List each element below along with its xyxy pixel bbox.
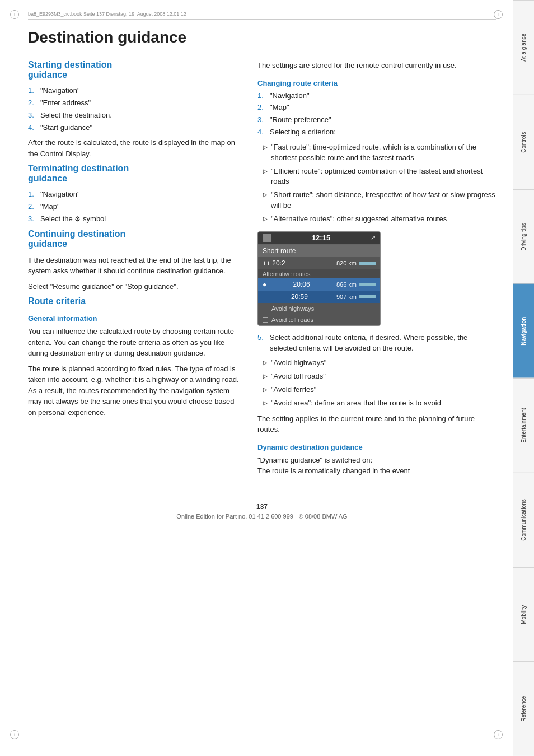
list-item: "Short route": short distance, irrespect…: [257, 190, 496, 211]
nav-icon: [263, 234, 271, 242]
starting-note: After the route is calculated, the route…: [28, 137, 241, 159]
side-tab-bar: At a glance Controls Driving tips Naviga…: [513, 0, 534, 756]
dynamic-guidance-text: "Dynamic guidance" is switched on:The ro…: [257, 455, 496, 477]
list-item: 2. "Map": [28, 202, 241, 212]
continuing-note: Select "Resume guidance" or "Stop guidan…: [28, 281, 241, 292]
section-heading-starting: Starting destinationguidance: [28, 60, 241, 80]
sub-heading-general: General information: [28, 314, 241, 323]
list-item: 1. "Navigation": [28, 86, 241, 96]
main-content: ba8_E9293M3_cic.book Seite 137 Dienstag,…: [0, 0, 513, 542]
list-item: "Fast route": time-optimized route, whic…: [257, 142, 496, 164]
section-step5: 5. Select additional route criteria, if …: [257, 333, 496, 409]
tab-at-a-glance[interactable]: At a glance: [513, 0, 534, 95]
section-changing-route: Changing route criteria 1. "Navigation" …: [257, 79, 496, 225]
corner-mark-tl: [10, 10, 19, 19]
list-item: 4. "Start guidance": [28, 123, 241, 133]
tab-controls[interactable]: Controls: [513, 95, 534, 189]
list-item: 3. Select the destination.: [28, 110, 241, 121]
section-terminating: Terminating destinationguidance 1. "Navi…: [28, 164, 241, 225]
section-continuing: Continuing destinationguidance If the de…: [28, 229, 241, 292]
list-item: 1. "Navigation": [257, 91, 496, 101]
nav-screen-short-route: Short route: [258, 245, 380, 257]
general-info-body2: The route is planned according to fixed …: [28, 363, 241, 418]
step5-list: 5. Select additional route criteria, if …: [257, 333, 496, 354]
km-bar-indicator: [359, 262, 376, 265]
copyright-text: Online Edition for Part no. 01 41 2 600 …: [176, 513, 347, 520]
tab-mobility[interactable]: Mobility: [513, 567, 534, 662]
step5-criteria-list: "Avoid highways" "Avoid toll roads" "Avo…: [257, 358, 496, 408]
starting-steps-list: 1. "Navigation" 2. "Enter address" 3. Se…: [28, 86, 241, 133]
criteria-list: "Fast route": time-optimized route, whic…: [257, 142, 496, 225]
continuing-body: If the destination was not reached at th…: [28, 255, 241, 277]
list-item: "Alternative routes": other suggested al…: [257, 214, 496, 225]
two-column-layout: Starting destinationguidance 1. "Navigat…: [28, 60, 496, 481]
corner-mark-br: [494, 730, 503, 739]
list-item: 4. Selecting a criterion:: [257, 127, 496, 138]
setting-applies-note: The setting applies to the current route…: [257, 413, 496, 435]
settings-symbol-icon: ⚙: [74, 214, 81, 224]
list-item: 1. "Navigation": [28, 189, 241, 200]
list-item: 3. "Route preference": [257, 115, 496, 125]
changing-route-steps: 1. "Navigation" 2. "Map" 3. "Route prefe…: [257, 91, 496, 138]
page-number: 137: [28, 503, 496, 511]
page-title: Destination guidance: [28, 29, 496, 46]
section-dynamic-guidance: Dynamic destination guidance "Dynamic gu…: [257, 443, 496, 477]
list-item: 2. "Enter address": [28, 98, 241, 109]
nav-screen-alt2: 20:59 907 km: [258, 291, 380, 303]
settings-stored-note: The settings are stored for the remote c…: [257, 60, 496, 71]
section-heading-continuing: Continuing destinationguidance: [28, 229, 241, 249]
tab-communications[interactable]: Communications: [513, 473, 534, 567]
list-item: 5. Select additional route criteria, if …: [257, 333, 496, 354]
nav-screen-checkbox-toll: Avoid toll roads: [258, 314, 380, 325]
nav-screen-alt1: ● 20:06 866 km: [258, 278, 380, 291]
list-item: "Avoid highways": [257, 358, 496, 368]
nav-screen-checkbox-highways: Avoid highways: [258, 303, 380, 314]
sub-heading-dynamic-guidance: Dynamic destination guidance: [257, 443, 496, 451]
list-item: 2. "Map": [257, 102, 496, 113]
nav-screen-short-route-detail: ++ 20:2 820 km: [258, 257, 380, 269]
avoid-toll-checkbox: [263, 317, 268, 323]
km-bar-indicator: [359, 295, 376, 298]
nav-screen-image: 12:15 ↗ Short route ++ 20:2 820 km Alter…: [257, 231, 381, 326]
section-heading-terminating: Terminating destinationguidance: [28, 164, 241, 184]
tab-entertainment[interactable]: Entertainment: [513, 378, 534, 473]
list-item: "Avoid area": define an area that the ro…: [257, 398, 496, 409]
section-route-criteria: Route criteria General information You c…: [28, 296, 241, 418]
tab-driving-tips[interactable]: Driving tips: [513, 189, 534, 284]
section-starting: Starting destinationguidance 1. "Navigat…: [28, 60, 241, 159]
footer: 137 Online Edition for Part no. 01 41 2 …: [28, 498, 496, 520]
list-item: "Avoid ferries": [257, 385, 496, 395]
nav-screen-header: 12:15 ↗: [258, 232, 380, 245]
left-column: Starting destinationguidance 1. "Navigat…: [28, 60, 241, 481]
right-column: The settings are stored for the remote c…: [257, 60, 496, 481]
general-info-body: You can influence the calculated route b…: [28, 326, 241, 359]
corner-mark-bl: [10, 730, 19, 739]
list-item: "Avoid toll roads": [257, 371, 496, 382]
section-heading-route-criteria: Route criteria: [28, 296, 241, 306]
km-bar-indicator: [359, 283, 376, 286]
nav-screen-alt-label: Alternative routes: [258, 269, 380, 278]
sub-heading-changing-route: Changing route criteria: [257, 79, 496, 87]
list-item: 3. Select the ⚙ symbol: [28, 214, 241, 225]
tab-navigation[interactable]: Navigation: [513, 283, 534, 378]
avoid-highways-checkbox: [263, 306, 268, 311]
corner-mark-tr: [494, 10, 503, 19]
terminating-steps-list: 1. "Navigation" 2. "Map" 3. Select the ⚙…: [28, 189, 241, 225]
list-item: "Efficient route": optimized combination…: [257, 166, 496, 188]
tab-reference[interactable]: Reference: [513, 661, 534, 756]
header-line: ba8_E9293M3_cic.book Seite 137 Dienstag,…: [28, 11, 496, 20]
